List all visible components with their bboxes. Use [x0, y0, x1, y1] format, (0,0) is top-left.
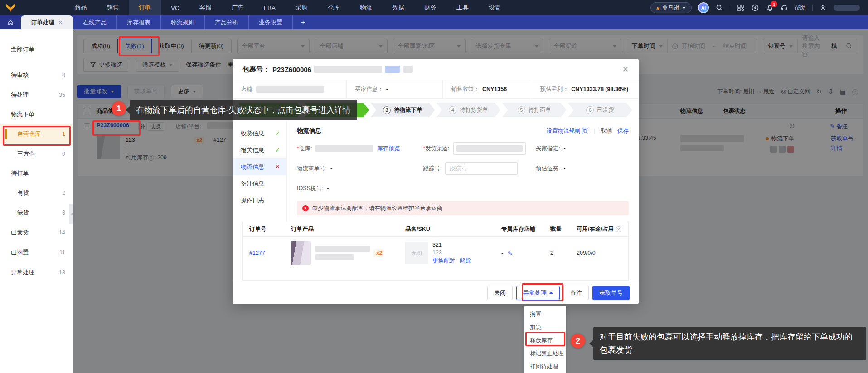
nav-item-订单[interactable]: 订单 — [129, 0, 161, 15]
sidebar-item-label: 全部订单 — [11, 45, 34, 53]
step-number: 4 — [449, 106, 456, 114]
nav-item-数据[interactable]: 数据 — [382, 0, 414, 15]
note-button[interactable]: 备注 — [563, 286, 589, 300]
sku-cell: 无图 321 123 更换配对 解除 — [405, 242, 501, 265]
step-label: 待物流下单 — [394, 106, 422, 114]
close-icon[interactable]: ✕ — [622, 65, 629, 74]
user-avatar-icon[interactable] — [819, 4, 827, 12]
modal-table-col-订单产品: 订单产品 — [291, 225, 405, 233]
nav-item-工具[interactable]: 工具 — [446, 0, 479, 15]
download-icon[interactable] — [751, 4, 759, 12]
section-menu-label: 报关信息 — [241, 146, 264, 154]
nav-item-采购[interactable]: 采购 — [286, 0, 318, 15]
menu-item-标记禁止处理[interactable]: 标记禁止处理 — [524, 347, 566, 360]
tab-产品分析[interactable]: 产品分析 — [205, 15, 249, 29]
app-logo-icon[interactable] — [0, 3, 21, 12]
modal-table-col-订单号: 订单号 — [249, 225, 291, 233]
nav-item-客服[interactable]: 客服 — [189, 0, 222, 15]
help-link[interactable]: 帮助 — [795, 4, 806, 12]
sidebar-item-有货[interactable]: 有货2 — [0, 183, 73, 203]
sidebar-item-label: 异常处理 — [11, 268, 34, 277]
header-label: 订单产品 — [291, 226, 314, 232]
quantity-badge: x2 — [374, 249, 384, 257]
sidebar-item-待处理[interactable]: 待处理35 — [0, 85, 73, 105]
stock-preview-link[interactable]: 库存预览 — [377, 145, 400, 153]
external-link-icon: ⧉ — [582, 128, 588, 134]
notifications-bell-icon[interactable]: 3 — [766, 4, 774, 12]
sidebar-item-已搁置[interactable]: 已搁置11 — [0, 243, 73, 263]
set-logistics-rule-link[interactable]: 设置物流规则 ⧉ — [546, 127, 588, 135]
support-headset-icon[interactable] — [780, 4, 788, 12]
header-label: 订单号 — [249, 226, 267, 232]
home-tab[interactable] — [0, 15, 21, 29]
sidebar-item-待审核[interactable]: 待审核0 — [0, 65, 73, 85]
sidebar-item-label: 已搁置 — [11, 249, 29, 257]
ioss-field: IOSS税号: - — [297, 182, 423, 195]
tab-业务设置[interactable]: 业务设置 — [249, 15, 293, 29]
search-icon[interactable] — [715, 4, 723, 12]
apps-grid-icon[interactable] — [737, 4, 745, 12]
error-icon: ✕ — [302, 205, 309, 211]
sidebar-item-三方仓[interactable]: 三方仓0 — [0, 144, 73, 164]
warehouse-field: *仓库: 库存预览 — [297, 142, 423, 155]
edit-pencil-icon[interactable]: ✎ — [508, 250, 512, 257]
sidebar-item-已发货[interactable]: 已发货14 — [0, 223, 73, 243]
section-menu-报关信息[interactable]: 报关信息✓ — [233, 142, 286, 158]
close-button[interactable]: 关闭 — [487, 286, 513, 300]
annotation-box-own-warehouse — [3, 126, 71, 146]
modal-footer: 关闭 异常处理 备注 获取单号 — [233, 281, 639, 304]
unbind-link[interactable]: 解除 — [460, 257, 471, 265]
nav-item-仓库[interactable]: 仓库 — [318, 0, 350, 15]
menu-item-搁置[interactable]: 搁置 — [524, 308, 566, 321]
section-menu-label: 物流信息 — [241, 163, 264, 171]
nav-item-FBA[interactable]: FBA — [254, 0, 286, 15]
close-icon[interactable]: ✕ — [58, 19, 63, 26]
tab-在线产品[interactable]: 在线产品 — [73, 15, 117, 29]
sidebar-item-label: 待审核 — [11, 71, 29, 79]
annotation-box-release-stock — [525, 332, 565, 346]
section-menu-操作日志[interactable]: 操作日志 — [233, 192, 286, 209]
section-menu-收货信息[interactable]: 收货信息✓ — [233, 125, 286, 142]
sidebar-item-缺货[interactable]: 缺货3 — [0, 203, 73, 223]
nav-item-商品[interactable]: 商品 — [64, 0, 97, 15]
nav-item-广告[interactable]: 广告 — [222, 0, 254, 15]
nav-item-财务[interactable]: 财务 — [414, 0, 446, 15]
section-menu-物流信息[interactable]: 物流信息✕ — [233, 158, 286, 175]
sidebar-item-异常处理[interactable]: 异常处理13 — [0, 263, 73, 282]
help-icon: ? — [616, 226, 621, 232]
order-number-link[interactable]: #1277 — [249, 250, 291, 256]
tab-订单处理[interactable]: 订单处理✕ — [21, 15, 73, 29]
no-image-placeholder: 无图 — [405, 242, 428, 264]
tracking-number-input[interactable]: 跟踪号 — [445, 162, 518, 175]
sidebar-group-物流下单: 物流下单 — [0, 105, 73, 124]
divider: | — [594, 128, 595, 134]
store-selector[interactable]: a 亚马逊 — [650, 2, 692, 13]
menu-item-打回待处理[interactable]: 打回待处理 — [524, 360, 566, 373]
tab-库存报表[interactable]: 库存报表 — [117, 15, 161, 29]
tag-chip-blurred — [385, 66, 400, 73]
annotation-step-1-tooltip: 在物流下单后的自营仓库-失败状态中，点击包裹号进入详情 — [130, 100, 357, 120]
workspace-tab-bar: 订单处理✕在线产品库存报表物流规则产品分析业务设置 + — [0, 15, 868, 29]
channel-select-blurred[interactable] — [453, 142, 526, 155]
nav-item-销售[interactable]: 销售 — [97, 0, 129, 15]
section-menu-label: 收货信息 — [241, 129, 264, 138]
buyer-assign-field: 买家指定: - — [536, 142, 629, 155]
nav-item-VC[interactable]: VC — [161, 0, 189, 15]
amazon-icon: a — [656, 5, 659, 11]
tab-label: 库存报表 — [127, 19, 150, 27]
sidebar-item-count: 13 — [59, 269, 65, 276]
detail-section-menu: 收货信息✓报关信息✓物流信息✕备注信息操作日志 — [233, 121, 287, 222]
tab-物流规则[interactable]: 物流规则 — [161, 15, 205, 29]
get-tracking-number-button[interactable]: 获取单号 — [592, 286, 630, 300]
nav-item-设置[interactable]: 设置 — [479, 0, 511, 15]
cancel-edit-link[interactable]: 取消 — [601, 127, 612, 135]
rematch-link[interactable]: 更换配对 — [432, 257, 455, 265]
nav-item-物流[interactable]: 物流 — [350, 0, 382, 15]
add-tab-button[interactable]: + — [293, 15, 313, 29]
sidebar-item-全部订单[interactable]: 全部订单 — [0, 39, 73, 59]
section-menu-备注信息[interactable]: 备注信息 — [233, 175, 286, 192]
ai-assistant-button[interactable]: AI — [698, 2, 709, 13]
annotation-box-exception-button — [522, 283, 563, 301]
save-link[interactable]: 保存 — [617, 127, 629, 135]
summary-buyer: 买家信息：- — [347, 80, 443, 98]
